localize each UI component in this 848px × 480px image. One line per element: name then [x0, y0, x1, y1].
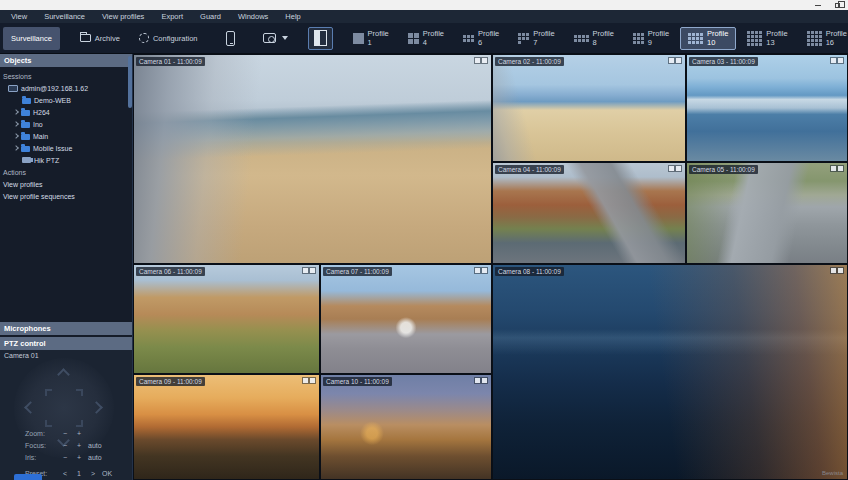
folder-icon: [21, 110, 30, 116]
detector-indicator-icons: [831, 58, 843, 63]
action-view-profiles[interactable]: View profiles: [0, 178, 133, 190]
iris-label: Iris:: [25, 454, 58, 461]
zoom-plus-button[interactable]: +: [72, 430, 86, 437]
layout-grid-icon: [633, 33, 644, 44]
camera-tile-03[interactable]: Camera 03 - 11:00:09: [686, 54, 848, 162]
joystick-right-icon[interactable]: [90, 401, 103, 414]
profile-label: Profile 16: [826, 29, 847, 47]
menu-item-surveillance[interactable]: Surveillance: [44, 12, 85, 21]
chevron-right-icon[interactable]: [13, 145, 19, 151]
zoom-minus-button[interactable]: −: [58, 430, 72, 437]
detector-indicator-icons: [475, 58, 487, 63]
layout-grid-icon: [807, 31, 822, 46]
menu-bar: View Surveillance View profiles Export G…: [0, 10, 848, 23]
objects-panel-header[interactable]: Objects: [0, 54, 133, 67]
microphones-panel-header[interactable]: Microphones: [0, 322, 133, 335]
tree-item-ino[interactable]: Ino: [0, 118, 133, 130]
preset-next-button[interactable]: >: [86, 470, 100, 477]
joystick-up-icon[interactable]: [57, 368, 70, 381]
focus-auto-button[interactable]: auto: [88, 442, 102, 449]
gear-icon: [139, 33, 149, 43]
joystick-corner-bracket: [76, 420, 83, 427]
menu-item-guard[interactable]: Guard: [200, 12, 221, 21]
detector-indicator-icons: [475, 268, 487, 273]
tree-item-mobile-issue[interactable]: Mobile Issue: [0, 142, 133, 154]
snapshot-button[interactable]: [255, 27, 296, 50]
iris-minus-button[interactable]: −: [58, 454, 72, 461]
profile-button-16[interactable]: Profile 16: [799, 27, 848, 50]
tree-item-hik-ptz[interactable]: Hik PTZ: [0, 154, 133, 166]
focus-plus-button[interactable]: +: [72, 442, 86, 449]
restore-icon[interactable]: [835, 3, 840, 8]
profile-button-10[interactable]: Profile 10: [680, 27, 736, 50]
camera-tile-06[interactable]: Camera 06 - 11:00:09: [133, 264, 320, 374]
camera-tile-01[interactable]: Camera 01 - 11:00:09: [133, 54, 492, 264]
camera-tile-08[interactable]: Camera 08 - 11:00:09 Bewista: [492, 264, 848, 480]
configuration-button[interactable]: Configuration: [131, 27, 206, 50]
archive-button[interactable]: Archive: [72, 27, 128, 50]
joystick-left-icon[interactable]: [24, 401, 37, 414]
profile-button-4[interactable]: Profile 4: [400, 27, 452, 50]
profile-button-9[interactable]: Profile 9: [625, 27, 677, 50]
surveillance-button[interactable]: Surveillance: [3, 27, 60, 50]
preset-prev-button[interactable]: <: [58, 470, 72, 477]
surveillance-button-label: Surveillance: [11, 34, 52, 43]
profile-button-6[interactable]: Profile 6: [455, 27, 507, 50]
mobile-phone-icon: [226, 31, 235, 46]
layout-grid-icon: [688, 33, 703, 44]
camera-tile-05[interactable]: Camera 05 - 11:00:09: [686, 162, 848, 264]
camera-tile-07[interactable]: Camera 07 - 11:00:09: [320, 264, 492, 374]
camera-label: Camera 03 - 11:00:09: [689, 57, 758, 66]
folder-icon: [22, 98, 31, 104]
detector-indicator-icons: [831, 166, 843, 171]
preset-ok-button[interactable]: OK: [102, 470, 112, 477]
tree-item-h264[interactable]: H264: [0, 106, 133, 118]
profile-button-8[interactable]: Profile 8: [566, 27, 622, 50]
panel-toggle-button[interactable]: [308, 27, 333, 50]
chevron-right-icon[interactable]: [13, 133, 19, 139]
profile-button-1[interactable]: Profile 1: [345, 27, 397, 50]
camera-tile-10[interactable]: Camera 10 - 11:00:09: [320, 374, 492, 480]
ptz-panel-header[interactable]: PTZ control: [0, 337, 133, 350]
camera-label: Camera 08 - 11:00:09: [495, 267, 564, 276]
camera-tile-09[interactable]: Camera 09 - 11:00:09: [133, 374, 320, 480]
tree-item-main[interactable]: Main: [0, 130, 133, 142]
folder-icon: [80, 34, 91, 42]
camera-tile-02[interactable]: Camera 02 - 11:00:09: [492, 54, 686, 162]
camera-label: Camera 04 - 11:00:09: [495, 165, 564, 174]
menu-item-view-profiles[interactable]: View profiles: [102, 12, 144, 21]
iris-auto-button[interactable]: auto: [88, 454, 102, 461]
chevron-right-icon[interactable]: [13, 109, 19, 115]
partial-blue-button[interactable]: [14, 474, 42, 480]
tree-item-session[interactable]: admin@192.168.1.62: [0, 82, 133, 94]
profile-label: Profile 13: [766, 29, 787, 47]
ptz-camera-icon: [22, 157, 31, 163]
tree-item-label: Main: [33, 133, 48, 140]
camera-label: Camera 07 - 11:00:09: [323, 267, 392, 276]
tree-item-label: H264: [33, 109, 50, 116]
profile-button-7[interactable]: Profile 7: [510, 27, 562, 50]
toolbar: Surveillance Archive Configuration Profi…: [0, 23, 848, 54]
menu-item-windows[interactable]: Windows: [238, 12, 268, 21]
action-view-profile-sequences[interactable]: View profile sequences: [0, 190, 133, 202]
camera-label: Camera 01 - 11:00:09: [136, 57, 205, 66]
menu-item-export[interactable]: Export: [161, 12, 183, 21]
iris-plus-button[interactable]: +: [72, 454, 86, 461]
chevron-right-icon[interactable]: [13, 121, 19, 127]
tree-item-demo-web[interactable]: Demo-WEB: [0, 94, 133, 106]
tree-item-label: Demo-WEB: [34, 97, 71, 104]
tree-item-label: Ino: [33, 121, 43, 128]
archive-button-label: Archive: [95, 34, 120, 43]
menu-item-help[interactable]: Help: [285, 12, 300, 21]
detector-indicator-icons: [475, 378, 487, 383]
minimize-icon[interactable]: [815, 5, 821, 6]
panel-layout-icon: [314, 30, 327, 46]
sessions-section-label: Sessions: [0, 70, 133, 82]
camera-tile-04[interactable]: Camera 04 - 11:00:09: [492, 162, 686, 264]
profile-label: Profile 1: [368, 29, 389, 47]
mobile-devices-button[interactable]: [218, 27, 243, 50]
layout-grid-icon: [518, 33, 529, 44]
menu-item-view[interactable]: View: [11, 12, 27, 21]
profile-button-13[interactable]: Profile 13: [739, 27, 795, 50]
focus-minus-button[interactable]: −: [58, 442, 72, 449]
